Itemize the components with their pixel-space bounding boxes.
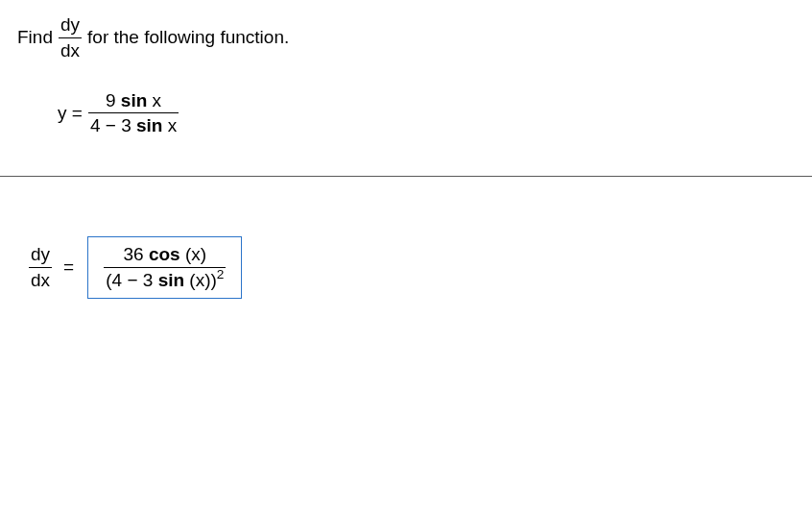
fraction-denominator: dx bbox=[59, 39, 82, 62]
dy-dx-fraction: dy dx bbox=[59, 13, 82, 62]
function-fraction: 9 sin x 4 − 3 sin x bbox=[88, 89, 179, 138]
fraction-bar bbox=[59, 37, 82, 38]
function-numerator: 9 sin x bbox=[104, 89, 163, 112]
answer-numerator: 36 cos (x) bbox=[122, 243, 209, 266]
prompt-suffix: for the following function. bbox=[87, 27, 289, 48]
fraction-numerator: dy bbox=[59, 13, 82, 37]
function-lhs: y = bbox=[58, 103, 83, 124]
function-denominator: 4 − 3 sin x bbox=[88, 114, 179, 137]
answer-input-box[interactable]: 36 cos (x) (4 − 3 sin (x))2 bbox=[87, 236, 242, 299]
fraction-bar bbox=[104, 267, 226, 268]
answer-row: dy dx = 36 cos (x) (4 − bbox=[23, 236, 795, 299]
given-function: y = 9 sin x 4 − 3 sin x bbox=[58, 89, 795, 138]
answer-value-fraction: 36 cos (x) (4 − 3 sin (x))2 bbox=[104, 243, 226, 292]
fraction-numerator: dy bbox=[29, 243, 52, 266]
answer-denominator: (4 − 3 sin (x))2 bbox=[104, 269, 226, 292]
answer-lhs-fraction: dy dx bbox=[29, 243, 52, 292]
equals-sign: = bbox=[63, 256, 74, 278]
fraction-bar bbox=[88, 112, 179, 113]
fraction-denominator: dx bbox=[29, 269, 52, 292]
prompt-line: Find dy dx for the following function. bbox=[17, 13, 795, 62]
prompt-prefix: Find bbox=[17, 27, 53, 48]
fraction-bar bbox=[29, 267, 52, 268]
